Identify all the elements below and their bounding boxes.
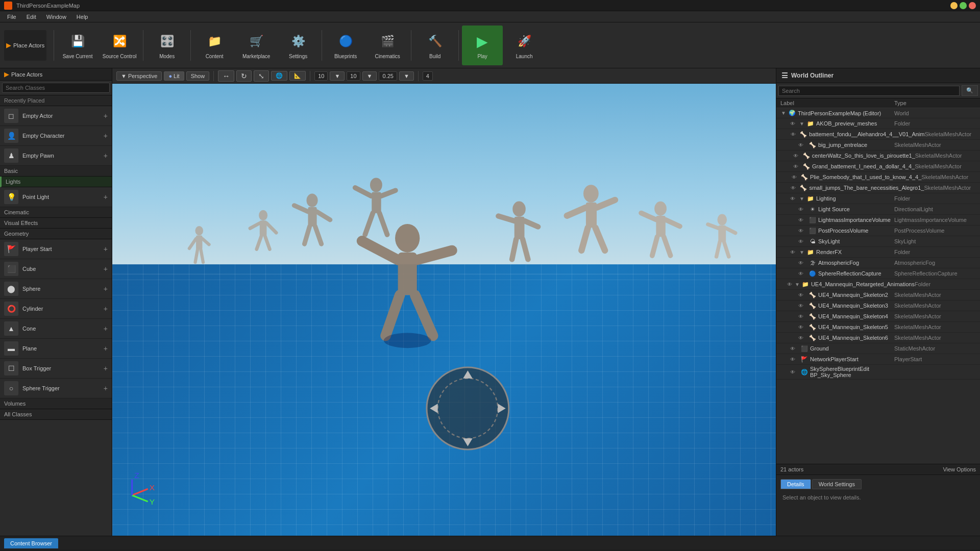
menu-file[interactable]: File bbox=[2, 11, 21, 22]
tree-atmosfog[interactable]: 👁 🌫 AtmosphericFog AtmosphericFog bbox=[776, 258, 980, 268]
empty-character-add[interactable]: + bbox=[104, 132, 108, 140]
grid-size-dropdown[interactable]: ▼ bbox=[330, 71, 345, 81]
outliner-search-input[interactable] bbox=[778, 86, 960, 96]
eye-renderfx[interactable]: 👁 bbox=[789, 248, 797, 256]
eye-ground[interactable]: 👁 bbox=[789, 344, 797, 353]
tree-skysphere[interactable]: 👁 🌐 SkySphereBlueprintEdit BP_Sky_Sphere bbox=[776, 365, 980, 380]
rotate-tool[interactable]: ↻ bbox=[236, 70, 252, 82]
actor-item-player-start[interactable]: 🚩 Player Start + bbox=[0, 239, 112, 259]
tree-arrow-world[interactable]: ▼ bbox=[780, 110, 787, 116]
actor-item-empty-actor[interactable]: ◻ Empty Actor + bbox=[0, 106, 112, 126]
empty-actor-add[interactable]: + bbox=[104, 112, 108, 120]
tree-arrow-ue4[interactable]: ▼ bbox=[795, 281, 800, 287]
actor-item-sphere-trigger[interactable]: ○ Sphere Trigger + bbox=[0, 379, 112, 398]
outliner-search-icon[interactable]: 🔍 bbox=[962, 85, 978, 96]
eye-ue4skel5[interactable]: 👁 bbox=[797, 334, 805, 342]
tree-mesh-3[interactable]: 👁 🦴 centerWaltz_So_this_love_is_pirouett… bbox=[776, 151, 980, 161]
tree-light-source[interactable]: 👁 ☀ Light Source DirectionalLight bbox=[776, 204, 980, 215]
box-trigger-add[interactable]: + bbox=[104, 364, 108, 372]
tree-network-player[interactable]: 👁 🚩 NetworkPlayerStart PlayerStart bbox=[776, 354, 980, 365]
tree-arrow-lighting[interactable]: ▼ bbox=[799, 195, 805, 202]
tree-ue4-skel3[interactable]: 👁 🦴 UE4_Mannequin_Skeleton4 SkeletalMesh… bbox=[776, 311, 980, 322]
eye-sphererefl[interactable]: 👁 bbox=[797, 269, 805, 278]
tree-mesh-6[interactable]: 👁 🦴 small_jumps_The_bare_necessities_Ale… bbox=[776, 183, 980, 193]
tree-ue4-folder[interactable]: 👁 ▼ 📁 UE4_Mannequin_Retargeted_Animation… bbox=[776, 279, 980, 290]
category-visual-effects[interactable]: Visual Effects bbox=[0, 218, 112, 229]
cube-add[interactable]: + bbox=[104, 265, 108, 273]
tree-mesh-1[interactable]: 👁 🦴 battement_fondu__Alehandro4_4__V01_A… bbox=[776, 129, 980, 140]
tree-mesh-2[interactable]: 👁 🦴 big_jump_entrelace SkeletalMeshActor bbox=[776, 140, 980, 151]
point-light-add[interactable]: + bbox=[104, 193, 108, 201]
tree-akob-folder[interactable]: 👁 ▼ 📁 AKOB_preview_meshes Folder bbox=[776, 118, 980, 129]
modes-button[interactable]: 🎛️ Modes bbox=[146, 26, 187, 65]
tree-skylight[interactable]: 👁 🌤 SkyLight SkyLight bbox=[776, 236, 980, 247]
search-classes-input[interactable] bbox=[2, 83, 110, 93]
viewport-mode-dropdown[interactable]: ▼ Perspective bbox=[116, 71, 162, 81]
plane-add[interactable]: + bbox=[104, 344, 108, 353]
translate-tool[interactable]: ↔ bbox=[218, 70, 234, 82]
sphere-add[interactable]: + bbox=[104, 285, 108, 293]
eye-ue4folder[interactable]: 👁 bbox=[787, 280, 793, 288]
blueprints-button[interactable]: 🔵 Blueprints bbox=[325, 26, 366, 65]
actor-item-point-light[interactable]: 💡 Point Light + bbox=[0, 187, 112, 207]
empty-pawn-add[interactable]: + bbox=[104, 152, 108, 160]
minimize-button[interactable] bbox=[950, 2, 958, 9]
eye-lightsource[interactable]: 👁 bbox=[797, 205, 805, 213]
eye-mesh5[interactable]: 👁 bbox=[791, 173, 797, 181]
content-button[interactable]: 📁 Content bbox=[194, 26, 235, 65]
maximize-button[interactable] bbox=[960, 2, 967, 9]
tree-lightmass[interactable]: 👁 ⬛ LightmassImportanceVolume LightmassI… bbox=[776, 215, 980, 226]
menu-help[interactable]: Help bbox=[71, 11, 93, 22]
launch-button[interactable]: 🚀 Launch bbox=[504, 26, 545, 65]
cinematics-button[interactable]: 🎬 Cinematics bbox=[367, 26, 408, 65]
actor-item-empty-pawn[interactable]: ♟ Empty Pawn + bbox=[0, 146, 112, 166]
category-cinematic[interactable]: Cinematic bbox=[0, 207, 112, 218]
tab-details[interactable]: Details bbox=[780, 479, 811, 489]
tree-mesh-4[interactable]: 👁 🦴 Grand_battement_I_need_a_dollar_4_4_… bbox=[776, 161, 980, 172]
cylinder-add[interactable]: + bbox=[104, 305, 108, 313]
view-options-button[interactable]: View Options bbox=[943, 466, 976, 472]
tree-arrow-renderfx[interactable]: ▼ bbox=[799, 249, 805, 255]
eye-ue4skel4[interactable]: 👁 bbox=[797, 323, 805, 331]
tree-sphere-reflection[interactable]: 👁 🔵 SphereReflectionCapture SphereReflec… bbox=[776, 268, 980, 279]
eye-skysphere[interactable]: 👁 bbox=[789, 368, 797, 376]
category-volumes[interactable]: Volumes bbox=[0, 398, 112, 409]
tree-arrow-akob[interactable]: ▼ bbox=[799, 120, 805, 127]
tree-ue4-skel1[interactable]: 👁 🦴 UE4_Mannequin_Skeleton2 SkeletalMesh… bbox=[776, 290, 980, 300]
eye-ue4skel3[interactable]: 👁 bbox=[797, 312, 805, 320]
eye-lightmass[interactable]: 👁 bbox=[797, 216, 805, 224]
eye-mesh6[interactable]: 👁 bbox=[791, 184, 796, 192]
eye-lighting[interactable]: 👁 bbox=[789, 194, 797, 203]
eye-skylight[interactable]: 👁 bbox=[797, 237, 805, 245]
scale-snap-dropdown[interactable]: ▼ bbox=[399, 71, 414, 81]
tree-ground[interactable]: 👁 ⬛ Ground StaticMeshActor bbox=[776, 343, 980, 354]
tree-ue4-skel5[interactable]: 👁 🦴 UE4_Mannequin_Skeleton6 SkeletalMesh… bbox=[776, 333, 980, 343]
eye-netplayer[interactable]: 👁 bbox=[789, 355, 797, 363]
eye-postprocess[interactable]: 👁 bbox=[797, 227, 805, 235]
world-local-toggle[interactable]: 🌐 bbox=[271, 71, 287, 81]
tree-world-root[interactable]: ▼ 🌍 ThirdPersonExampleMap (Editor) World bbox=[776, 108, 980, 118]
actor-item-sphere[interactable]: ⬤ Sphere + bbox=[0, 279, 112, 299]
actor-item-plane[interactable]: ▬ Plane + bbox=[0, 339, 112, 359]
actor-item-cube[interactable]: ⬛ Cube + bbox=[0, 259, 112, 279]
surface-snapping[interactable]: 📐 bbox=[289, 71, 306, 81]
scale-tool[interactable]: ⤡ bbox=[254, 70, 269, 82]
tree-renderfx-folder[interactable]: 👁 ▼ 📁 RenderFX Folder bbox=[776, 247, 980, 258]
eye-mesh4[interactable]: 👁 bbox=[793, 162, 799, 170]
player-start-add[interactable]: + bbox=[104, 245, 108, 253]
eye-ue4skel1[interactable]: 👁 bbox=[797, 291, 805, 299]
category-basic[interactable]: Basic bbox=[0, 166, 112, 177]
tree-ue4-skel4[interactable]: 👁 🦴 UE4_Mannequin_Skeleton5 SkeletalMesh… bbox=[776, 322, 980, 333]
build-button[interactable]: 🔨 Build bbox=[414, 26, 455, 65]
category-all-classes[interactable]: All Classes bbox=[0, 409, 112, 420]
menu-edit[interactable]: Edit bbox=[21, 11, 41, 22]
play-button[interactable]: ▶ Play bbox=[462, 26, 503, 65]
tab-world-settings[interactable]: World Settings bbox=[812, 479, 862, 489]
sphere-trigger-add[interactable]: + bbox=[104, 384, 108, 392]
actor-item-box-trigger[interactable]: ☐ Box Trigger + bbox=[0, 359, 112, 379]
eye-mesh1[interactable]: 👁 bbox=[791, 130, 796, 138]
source-control-button[interactable]: 🔀 Source Control bbox=[99, 26, 140, 65]
category-geometry[interactable]: Geometry bbox=[0, 229, 112, 239]
close-button[interactable] bbox=[969, 2, 976, 9]
marketplace-button[interactable]: 🛒 Marketplace bbox=[236, 26, 277, 65]
